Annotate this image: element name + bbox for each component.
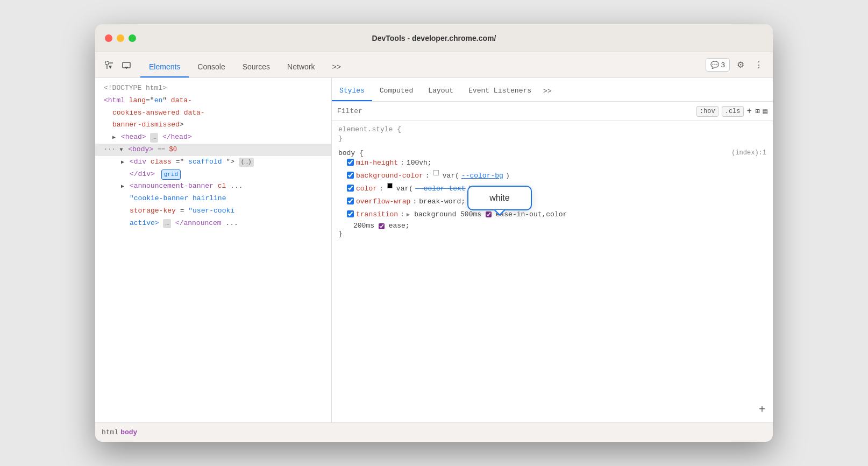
rule-origin[interactable]: (index):1	[731, 149, 766, 157]
tab-network[interactable]: Network	[279, 57, 323, 77]
filter-input[interactable]	[337, 107, 692, 115]
div-close-line: </div> grid	[95, 168, 331, 181]
min-height-checkbox[interactable]	[347, 159, 354, 166]
color-tooltip: white	[467, 186, 532, 210]
minimize-button[interactable]	[117, 34, 124, 42]
overflow-wrap-checkbox[interactable]	[347, 197, 354, 204]
grid-badge[interactable]: grid	[161, 170, 181, 180]
maximize-button[interactable]	[129, 34, 136, 42]
transition-checkbox[interactable]	[347, 210, 354, 217]
chat-icon: 💬	[710, 61, 719, 69]
add-rule-button[interactable]: +	[759, 404, 765, 416]
cls-button[interactable]: .cls	[722, 106, 744, 117]
devtools-window: DevTools - developer.chrome.com/ Element…	[95, 24, 773, 442]
body-rule-header: body { (index):1	[338, 149, 766, 157]
transition-ease-checkbox[interactable]	[486, 211, 492, 217]
tab-console[interactable]: Console	[189, 57, 233, 77]
announcement-line-2: "cookie-banner hairline	[95, 193, 331, 205]
tab-sources[interactable]: Sources	[234, 57, 279, 77]
styles-tabs-bar: Styles Computed Layout Event Listeners >…	[332, 78, 773, 102]
html-tag-line[interactable]: <html lang="en" data-	[95, 95, 331, 107]
svg-rect-4	[125, 67, 128, 68]
body-selector: body {	[338, 149, 364, 157]
head-expand[interactable]: …	[150, 133, 158, 143]
messages-badge[interactable]: 💬 3	[706, 58, 730, 72]
announcement-line-4: active> … </announcem ...	[95, 217, 331, 230]
breadcrumb-body[interactable]: body	[120, 428, 137, 436]
body-rule-close: }	[338, 230, 766, 238]
color-swatch[interactable]	[387, 183, 393, 188]
announcement-line-1[interactable]: ▶ <announcement-banner cl ...	[95, 180, 331, 193]
badge-count: 3	[721, 61, 725, 69]
styles-more-icon[interactable]: >>	[541, 81, 554, 101]
scaffold-div-line[interactable]: ▶ <div class =" scaffold "> (…)	[95, 156, 331, 168]
prop-overflow-wrap: overflow-wrap : break-word;	[338, 196, 766, 208]
element-style-rule: element.style { }	[338, 125, 766, 143]
more-menu-icon[interactable]: ⋮	[751, 58, 766, 73]
traffic-lights	[105, 34, 136, 42]
prop-color: color : var(--color-text);	[338, 183, 766, 195]
announce-expand[interactable]: …	[163, 219, 171, 229]
toggle-sidebar-icon[interactable]: ▤	[763, 107, 767, 116]
breadcrumb-html[interactable]: html	[102, 428, 118, 436]
main-tabs: Elements Console Sources Network >>	[140, 52, 350, 77]
styles-panel: Styles Computed Layout Event Listeners >…	[332, 78, 773, 422]
body-rule: body { (index):1 min-height : 100vh; bac…	[338, 149, 766, 238]
copy-styles-icon[interactable]: ⊞	[755, 107, 759, 116]
toolbar-right: 💬 3 ⚙ ⋮	[706, 58, 766, 73]
close-button[interactable]	[105, 34, 112, 42]
breadcrumb-bar: html body	[95, 422, 773, 442]
html-tag-line-3: banner-dismissed>	[95, 119, 331, 131]
window-title: DevTools - developer.chrome.com/	[372, 34, 496, 43]
element-style-selector: element.style {	[338, 125, 766, 133]
device-mode-icon[interactable]	[119, 58, 134, 73]
body-line[interactable]: ··· ▼ <body> == $0	[95, 144, 331, 156]
title-bar: DevTools - developer.chrome.com/	[95, 24, 773, 52]
settings-icon[interactable]: ⚙	[733, 58, 748, 73]
announcement-line-3: storage-key = "user-cooki	[95, 205, 331, 217]
prop-min-height: min-height : 100vh;	[338, 157, 766, 169]
filter-actions: :hov .cls + ⊞ ▤	[696, 106, 767, 117]
tab-layout[interactable]: Layout	[421, 81, 461, 101]
head-line[interactable]: ▶ <head> … </head>	[95, 131, 331, 144]
bg-color-swatch[interactable]	[433, 170, 439, 175]
color-bg-link[interactable]: --color-bg	[461, 170, 503, 182]
prop-transition: transition : ▶ background 500ms ease-in-…	[338, 209, 766, 221]
element-style-close: }	[338, 135, 766, 143]
svg-rect-0	[105, 61, 109, 65]
prop-background-color: background-color : var(--color-bg)	[338, 170, 766, 182]
color-text-link[interactable]: --color-text	[415, 183, 466, 195]
tooltip-box: white	[467, 186, 532, 210]
transition-line2: 200ms ease;	[338, 222, 766, 230]
tab-event-listeners[interactable]: Event Listeners	[461, 81, 539, 101]
background-color-checkbox[interactable]	[347, 172, 354, 179]
color-checkbox[interactable]	[347, 185, 354, 192]
dom-panel[interactable]: <!DOCTYPE html> <html lang="en" data- co…	[95, 78, 332, 422]
transition-ease2-checkbox[interactable]	[379, 223, 385, 229]
devtools-toolbar: Elements Console Sources Network >> 💬 3 …	[95, 52, 773, 78]
html-tag-line-2: cookies-answered data-	[95, 107, 331, 119]
main-content: <!DOCTYPE html> <html lang="en" data- co…	[95, 78, 773, 422]
doctype-line: <!DOCTYPE html>	[95, 82, 331, 95]
tab-computed[interactable]: Computed	[372, 81, 421, 101]
add-style-rule-icon[interactable]: +	[747, 107, 752, 116]
tooltip-text: white	[489, 193, 509, 202]
hov-button[interactable]: :hov	[696, 106, 718, 117]
tab-styles[interactable]: Styles	[332, 81, 372, 101]
styles-content[interactable]: element.style { } body { (index):1	[332, 121, 773, 422]
tab-more[interactable]: >>	[323, 57, 349, 77]
filter-bar: :hov .cls + ⊞ ▤	[332, 102, 773, 121]
scaffold-expand[interactable]: (…)	[239, 158, 254, 167]
inspect-element-icon[interactable]	[102, 58, 117, 73]
tab-elements[interactable]: Elements	[140, 57, 189, 77]
